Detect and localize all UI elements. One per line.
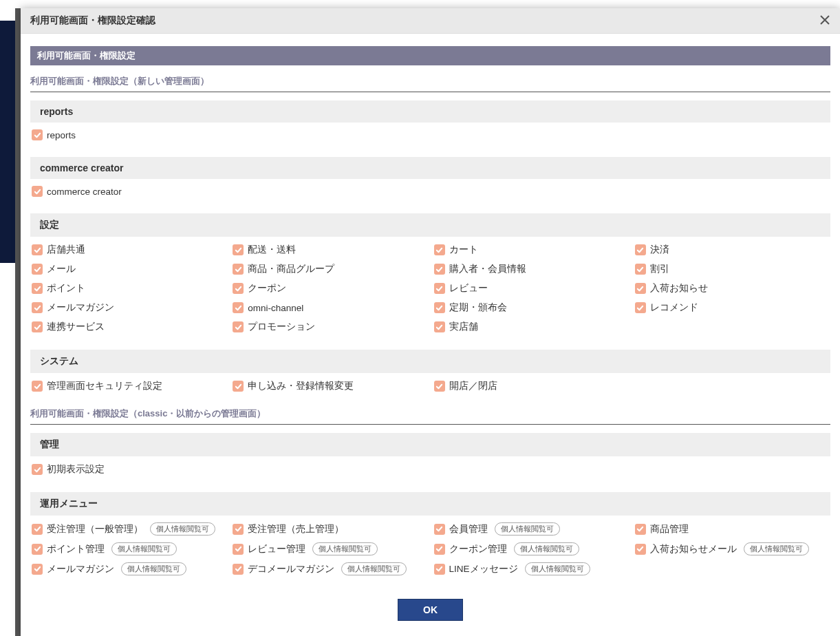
checkbox-label: reports: [47, 130, 76, 140]
checkbox-item[interactable]: LINEメッセージ個人情報閲覧可: [434, 562, 628, 575]
checkbox-label: 受注管理（売上管理）: [248, 523, 344, 536]
checkbox-checked-icon: [233, 544, 244, 555]
checkbox-label: 商品・商品グループ: [248, 263, 334, 275]
checkbox-item[interactable]: 店舗共通: [32, 244, 226, 256]
personal-info-badge: 個人情報閲覧可: [744, 542, 809, 555]
checkbox-checked-icon: [32, 524, 43, 535]
close-icon[interactable]: [819, 14, 830, 28]
checkbox-item[interactable]: プロモーション: [233, 321, 427, 333]
checkbox-item[interactable]: レコメンド: [635, 301, 829, 314]
checkbox-item[interactable]: 連携サービス: [32, 321, 226, 333]
checkbox-checked-icon: [434, 544, 445, 555]
checkbox-item[interactable]: メールマガジン個人情報閲覧可: [32, 562, 226, 575]
checkbox-grid: 初期表示設定: [30, 463, 830, 487]
checkbox-item[interactable]: ポイント管理個人情報閲覧可: [32, 542, 226, 555]
checkbox-item[interactable]: 購入者・会員情報: [434, 263, 628, 275]
checkbox-item[interactable]: クーポン: [233, 282, 427, 295]
checkbox-checked-icon: [32, 302, 43, 313]
checkbox-item[interactable]: レビュー管理個人情報閲覧可: [233, 542, 427, 555]
checkbox-item[interactable]: 開店／閉店: [434, 380, 628, 392]
personal-info-badge: 個人情報閲覧可: [525, 562, 590, 575]
checkbox-checked-icon: [32, 321, 43, 332]
checkbox-item[interactable]: 入荷お知らせ: [635, 282, 829, 295]
checkbox-item[interactable]: メールマガジン: [32, 301, 226, 314]
checkbox-label: 決済: [650, 244, 669, 256]
checkbox-label: 管理画面セキュリティ設定: [47, 380, 162, 392]
checkbox-label: ポイント: [47, 282, 85, 295]
group-heading: commerce creator: [30, 157, 830, 179]
checkbox-label: メールマガジン: [47, 563, 114, 575]
personal-info-badge: 個人情報閲覧可: [312, 542, 378, 555]
checkbox-item[interactable]: 商品・商品グループ: [233, 263, 427, 275]
checkbox-item[interactable]: 受注管理（売上管理）: [233, 522, 427, 536]
checkbox-item[interactable]: 決済: [635, 244, 829, 256]
checkbox-label: カート: [449, 244, 478, 256]
checkbox-checked-icon: [635, 283, 646, 294]
checkbox-item[interactable]: 会員管理個人情報閲覧可: [434, 522, 628, 536]
checkbox-item[interactable]: デコメールマガジン個人情報閲覧可: [233, 562, 427, 575]
checkbox-label: メール: [47, 263, 76, 275]
checkbox-label: 受注管理（一般管理）: [47, 523, 143, 536]
checkbox-item[interactable]: 入荷お知らせメール個人情報閲覧可: [635, 542, 829, 555]
checkbox-label: 連携サービス: [47, 321, 105, 333]
bg-topbar: [15, 0, 840, 8]
personal-info-badge: 個人情報閲覧可: [514, 542, 579, 555]
groups-classic: 管理初期表示設定運用メニュー受注管理（一般管理）個人情報閲覧可受注管理（売上管理…: [30, 433, 830, 586]
checkbox-label: 申し込み・登録情報変更: [248, 380, 354, 392]
checkbox-label: commerce creator: [47, 187, 122, 197]
checkbox-item[interactable]: 申し込み・登録情報変更: [233, 380, 427, 392]
ok-button[interactable]: OK: [398, 599, 463, 621]
checkbox-label: 開店／閉店: [449, 380, 497, 392]
checkbox-item[interactable]: ポイント: [32, 282, 226, 295]
checkbox-checked-icon: [233, 264, 244, 275]
modal-header: 利用可能画面・権限設定確認: [21, 8, 840, 34]
groups-new: reportsreportscommerce creatorcommerce c…: [30, 100, 830, 403]
checkbox-checked-icon: [32, 464, 43, 475]
checkbox-item[interactable]: 初期表示設定: [32, 463, 226, 476]
checkbox-checked-icon: [434, 244, 445, 255]
checkbox-item[interactable]: 実店舗: [434, 321, 628, 333]
checkbox-item[interactable]: commerce creator: [32, 186, 226, 197]
checkbox-label: プロモーション: [248, 321, 315, 333]
checkbox-checked-icon: [32, 129, 43, 140]
checkbox-label: デコメールマガジン: [248, 563, 334, 575]
checkbox-label: クーポン: [248, 282, 286, 295]
checkbox-label: レコメンド: [650, 301, 698, 314]
personal-info-badge: 個人情報閲覧可: [495, 522, 560, 536]
checkbox-item[interactable]: 配送・送料: [233, 244, 427, 256]
group-heading: reports: [30, 100, 830, 123]
checkbox-checked-icon: [434, 264, 445, 275]
personal-info-badge: 個人情報閲覧可: [341, 562, 407, 575]
checkbox-item[interactable]: 受注管理（一般管理）個人情報閲覧可: [32, 522, 226, 536]
checkbox-item[interactable]: レビュー: [434, 282, 628, 295]
section-title-classic: 利用可能画面・権限設定（classic・以前からの管理画面）: [30, 407, 830, 425]
bg-sidebar: [0, 0, 15, 636]
checkbox-item[interactable]: カート: [434, 244, 628, 256]
checkbox-item[interactable]: reports: [32, 129, 226, 140]
checkbox-checked-icon: [635, 244, 646, 255]
checkbox-grid: 受注管理（一般管理）個人情報閲覧可受注管理（売上管理）会員管理個人情報閲覧可商品…: [30, 522, 830, 586]
checkbox-checked-icon: [233, 381, 244, 392]
checkbox-item[interactable]: 定期・頒布会: [434, 301, 628, 314]
checkbox-label: ポイント管理: [47, 543, 105, 555]
checkbox-item[interactable]: 割引: [635, 263, 829, 275]
checkbox-label: LINEメッセージ: [449, 563, 518, 575]
personal-info-badge: 個人情報閲覧可: [111, 542, 177, 555]
checkbox-checked-icon: [233, 283, 244, 294]
checkbox-label: 実店舗: [449, 321, 478, 333]
checkbox-label: 商品管理: [650, 523, 689, 536]
checkbox-item[interactable]: クーポン管理個人情報閲覧可: [434, 542, 628, 555]
group-heading: 設定: [30, 213, 830, 237]
checkbox-checked-icon: [32, 186, 43, 197]
checkbox-grid: 管理画面セキュリティ設定申し込み・登録情報変更開店／閉店: [30, 380, 830, 403]
checkbox-item[interactable]: 管理画面セキュリティ設定: [32, 380, 226, 392]
checkbox-label: 会員管理: [449, 523, 488, 536]
checkbox-label: omni-channel: [248, 303, 303, 313]
checkbox-checked-icon: [434, 564, 445, 575]
checkbox-item[interactable]: メール: [32, 263, 226, 275]
checkbox-item[interactable]: 商品管理: [635, 522, 829, 536]
checkbox-label: 定期・頒布会: [449, 301, 507, 314]
checkbox-item[interactable]: omni-channel: [233, 301, 427, 314]
checkbox-checked-icon: [635, 544, 646, 555]
checkbox-label: 購入者・会員情報: [449, 263, 526, 275]
